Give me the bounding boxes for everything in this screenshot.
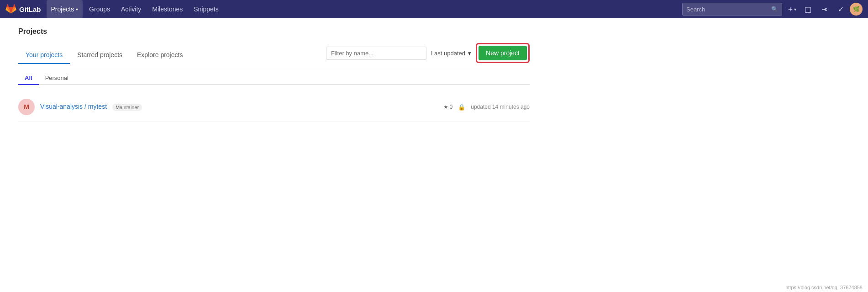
nav-snippets[interactable]: Snippets (189, 0, 223, 18)
new-project-button[interactable]: New project (479, 46, 527, 60)
projects-chevron-icon: ▾ (76, 7, 78, 12)
project-role-badge: Maintainer (112, 104, 142, 111)
tab-starred-projects[interactable]: Starred projects (70, 47, 130, 64)
nav-milestones[interactable]: Milestones (147, 0, 187, 18)
user-avatar[interactable]: 🌿 (850, 3, 863, 16)
avatar: M (18, 99, 35, 115)
plus-icon: ＋ (787, 5, 794, 14)
brand[interactable]: GitLab (5, 4, 41, 15)
filter-by-name-input[interactable] (326, 47, 426, 60)
project-name-link[interactable]: Visual-analysis / mytest (40, 103, 107, 110)
new-project-highlight-box: New project (476, 43, 530, 63)
merge-request-button[interactable]: ⤛ (817, 2, 831, 16)
brand-name: GitLab (19, 5, 41, 13)
lock-icon: 🔒 (458, 104, 465, 111)
star-count: ★ 0 (443, 104, 453, 110)
sort-select: Last updated ▾ (431, 50, 471, 57)
nav-projects[interactable]: Projects ▾ (47, 0, 83, 18)
sub-tabs: All Personal (18, 67, 530, 85)
main-content: Projects Your projects Starred projects … (0, 18, 548, 131)
project-list: M Visual-analysis / mytest Maintainer ★ … (18, 92, 530, 122)
sub-tab-personal[interactable]: Personal (39, 72, 75, 85)
table-row: M Visual-analysis / mytest Maintainer ★ … (18, 92, 530, 122)
search-icon[interactable]: 🔍 (771, 6, 778, 12)
navbar-right: 🔍 ＋ ▾ ◫ ⤛ ✓ 🌿 (682, 2, 863, 16)
navbar: GitLab Projects ▾ Groups Activity Milest… (0, 0, 868, 18)
gitlab-logo-icon (5, 4, 16, 15)
display-icon-button[interactable]: ◫ (800, 2, 815, 16)
project-meta: ★ 0 🔒 updated 14 minutes ago (443, 104, 530, 111)
star-icon: ★ (443, 104, 448, 110)
update-time: updated 14 minutes ago (471, 104, 530, 110)
issues-icon: ✓ (838, 5, 844, 14)
tab-explore-projects[interactable]: Explore projects (130, 47, 190, 64)
search-box[interactable]: 🔍 (682, 3, 782, 16)
sort-chevron-icon: ▾ (468, 50, 471, 57)
page-title: Projects (18, 27, 530, 36)
search-input[interactable] (686, 6, 768, 13)
merge-request-icon: ⤛ (821, 5, 827, 14)
tab-your-projects[interactable]: Your projects (18, 47, 70, 64)
issues-button[interactable]: ✓ (833, 2, 848, 16)
create-chevron-icon: ▾ (794, 7, 796, 12)
nav-groups[interactable]: Groups (84, 0, 115, 18)
sort-dropdown[interactable]: ▾ (468, 50, 471, 57)
nav-activity[interactable]: Activity (116, 0, 146, 18)
display-icon: ◫ (805, 5, 811, 14)
create-new-button[interactable]: ＋ ▾ (784, 2, 799, 16)
project-tabs: Your projects Starred projects Explore p… (18, 47, 190, 64)
sub-tab-all[interactable]: All (18, 72, 39, 85)
